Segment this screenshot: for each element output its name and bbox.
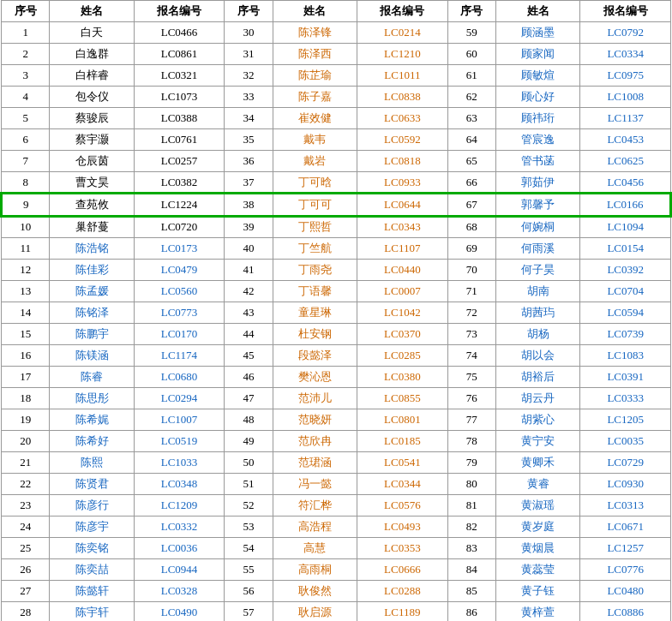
code-col1: LC0388	[134, 108, 225, 129]
seq-col1: 19	[2, 409, 50, 431]
code-col2: LC0185	[357, 431, 448, 452]
seq-col3: 76	[447, 388, 495, 409]
code-col3: LC1205	[580, 409, 671, 431]
code-col3: LC0594	[580, 302, 671, 324]
code-col3: LC0729	[580, 452, 671, 474]
seq-col2: 48	[225, 409, 273, 431]
seq-col3: 74	[447, 345, 495, 367]
header-seq3: 序号	[447, 1, 495, 22]
seq-col3: 69	[447, 238, 495, 260]
code-col3: LC1257	[580, 538, 671, 559]
code-col3: LC0776	[580, 559, 671, 581]
name-col3: 郭馨予	[495, 194, 580, 216]
seq-col1: 10	[2, 216, 50, 238]
name-col2: 陈泽锋	[273, 22, 357, 44]
seq-col3: 70	[447, 260, 495, 281]
seq-col1: 8	[2, 172, 50, 194]
seq-col2: 36	[225, 151, 273, 172]
code-col2: LC0592	[357, 129, 448, 151]
code-col2: LC0933	[357, 172, 448, 194]
name-col3: 黄卿禾	[495, 452, 580, 474]
name-col1: 白逸群	[50, 44, 135, 65]
name-col3: 黄宁安	[495, 431, 580, 452]
name-col1: 陈彦行	[50, 495, 135, 517]
name-col1: 陈彦宇	[50, 517, 135, 538]
table-row: 28陈宇轩LC049057耿启源LC118986黄梓萱LC0886	[2, 602, 671, 622]
name-col1: 陈宇轩	[50, 602, 135, 622]
name-col2: 樊沁恩	[273, 367, 357, 388]
code-col2: LC0633	[357, 108, 448, 129]
seq-col3: 59	[447, 22, 495, 44]
code-col3: LC0392	[580, 260, 671, 281]
header-seq2: 序号	[225, 1, 273, 22]
seq-col1: 24	[2, 517, 50, 538]
code-col2: LC0370	[357, 324, 448, 345]
name-col1: 陈镁涵	[50, 345, 135, 367]
name-col1: 仓辰茵	[50, 151, 135, 172]
seq-col2: 43	[225, 302, 273, 324]
name-col2: 高慧	[273, 538, 357, 559]
name-col3: 黄淑瑶	[495, 495, 580, 517]
name-col3: 顾心好	[495, 87, 580, 108]
header-seq1: 序号	[2, 1, 50, 22]
code-col1: LC0173	[134, 238, 225, 260]
seq-col1: 26	[2, 559, 50, 581]
code-col1: LC0479	[134, 260, 225, 281]
code-col1: LC1033	[134, 452, 225, 474]
code-col2: LC0380	[357, 367, 448, 388]
table-row: 4包令仪LC107333陈子嘉LC083862顾心好LC1008	[2, 87, 671, 108]
seq-col3: 72	[447, 302, 495, 324]
name-col1: 陈铭泽	[50, 302, 135, 324]
name-col2: 戴韦	[273, 129, 357, 151]
table-row: 3白梓睿LC032132陈芷瑜LC101161顾敏煊LC0975	[2, 65, 671, 87]
code-col2: LC0343	[357, 216, 448, 238]
code-col1: LC0257	[134, 151, 225, 172]
name-col2: 杜安钢	[273, 324, 357, 345]
code-col2: LC0855	[357, 388, 448, 409]
code-col3: LC0975	[580, 65, 671, 87]
name-col2: 冯一懿	[273, 474, 357, 495]
table-row: 1白天LC046630陈泽锋LC021459顾涵墨LC0792	[2, 22, 671, 44]
seq-col2: 39	[225, 216, 273, 238]
code-col2: LC0007	[357, 281, 448, 302]
code-col3: LC1094	[580, 216, 671, 238]
name-col3: 黄睿	[495, 474, 580, 495]
code-col1: LC1007	[134, 409, 225, 431]
name-col3: 郭茹伊	[495, 172, 580, 194]
code-col2: LC1210	[357, 44, 448, 65]
seq-col2: 30	[225, 22, 273, 44]
table-row: 2白逸群LC086131陈泽西LC121060顾家闻LC0334	[2, 44, 671, 65]
code-col3: LC0704	[580, 281, 671, 302]
seq-col3: 85	[447, 581, 495, 602]
seq-col3: 80	[447, 474, 495, 495]
seq-col1: 9	[2, 194, 50, 216]
header-name2: 姓名	[273, 1, 357, 22]
name-col2: 丁可晗	[273, 172, 357, 194]
name-col2: 段懿泽	[273, 345, 357, 367]
name-col1: 白梓睿	[50, 65, 135, 87]
name-col1: 巢舒蔓	[50, 216, 135, 238]
code-col1: LC0490	[134, 602, 225, 622]
seq-col1: 15	[2, 324, 50, 345]
table-row: 11陈浩铭LC017340丁竺航LC110769何雨溪LC0154	[2, 238, 671, 260]
seq-col1: 12	[2, 260, 50, 281]
header-code3: 报名编号	[580, 1, 671, 22]
name-col3: 黄梓萱	[495, 602, 580, 622]
code-col1: LC0332	[134, 517, 225, 538]
table-row: 20陈希好LC051949范欣冉LC018578黄宁安LC0035	[2, 431, 671, 452]
name-col2: 符汇桦	[273, 495, 357, 517]
table-row: 8曹文昊LC038237丁可晗LC093366郭茹伊LC0456	[2, 172, 671, 194]
seq-col3: 62	[447, 87, 495, 108]
seq-col2: 38	[225, 194, 273, 216]
name-col1: 陈孟媛	[50, 281, 135, 302]
name-col3: 胡裕后	[495, 367, 580, 388]
seq-col1: 17	[2, 367, 50, 388]
code-col2: LC0288	[357, 581, 448, 602]
seq-col3: 78	[447, 431, 495, 452]
seq-col1: 16	[2, 345, 50, 367]
name-col3: 何雨溪	[495, 238, 580, 260]
seq-col1: 14	[2, 302, 50, 324]
code-col1: LC1073	[134, 87, 225, 108]
seq-col1: 2	[2, 44, 50, 65]
code-col1: LC0382	[134, 172, 225, 194]
